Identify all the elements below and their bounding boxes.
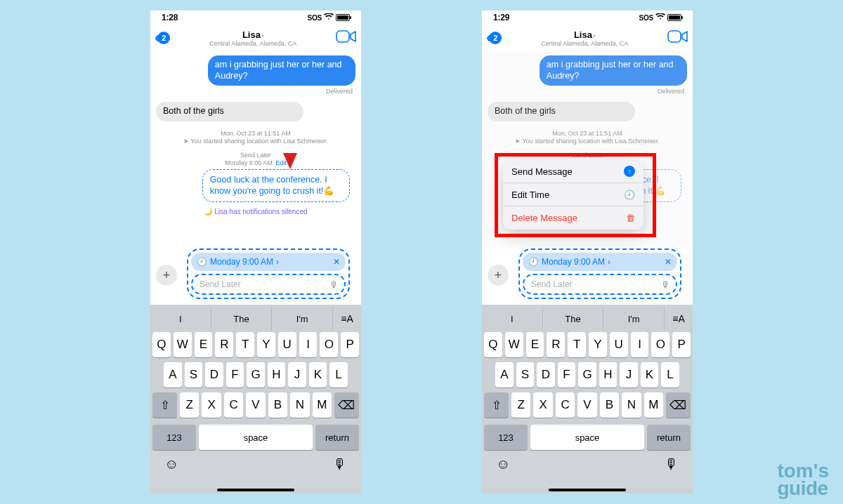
- key-p[interactable]: P: [341, 332, 359, 357]
- schedule-chip[interactable]: 🕘 Monday 9:00 AM › ✕: [523, 253, 677, 271]
- facetime-button[interactable]: [336, 29, 357, 46]
- key-numeric[interactable]: 123: [484, 425, 528, 450]
- key-f[interactable]: F: [558, 362, 576, 387]
- key-e[interactable]: E: [526, 332, 544, 357]
- key-a[interactable]: A: [495, 362, 514, 387]
- contact-header[interactable]: Lisa› Central Alameda, Alameda, CA: [541, 28, 628, 47]
- wifi-icon: [324, 13, 334, 22]
- key-g[interactable]: G: [247, 362, 265, 387]
- back-button[interactable]: ‹ 2: [486, 29, 502, 47]
- key-shift[interactable]: ⇧: [484, 392, 509, 418]
- dictation-icon[interactable]: 🎙: [329, 279, 339, 290]
- key-g[interactable]: G: [578, 362, 596, 387]
- key-b[interactable]: B: [600, 392, 619, 418]
- clear-schedule-button[interactable]: ✕: [333, 257, 340, 267]
- key-c[interactable]: C: [224, 392, 243, 418]
- key-v[interactable]: V: [246, 392, 265, 418]
- key-s[interactable]: S: [516, 362, 535, 387]
- dictation-button[interactable]: 🎙: [665, 456, 679, 472]
- key-y[interactable]: Y: [589, 332, 607, 357]
- attachments-plus-button[interactable]: +: [488, 265, 509, 286]
- key-r[interactable]: R: [215, 332, 233, 357]
- key-t[interactable]: T: [568, 332, 586, 357]
- key-k[interactable]: K: [309, 362, 327, 387]
- home-indicator[interactable]: [549, 489, 626, 491]
- key-j[interactable]: J: [620, 362, 638, 387]
- key-e[interactable]: E: [195, 332, 213, 357]
- key-z[interactable]: Z: [180, 392, 199, 418]
- schedule-chip[interactable]: 🕘 Monday 9:00 AM › ✕: [191, 253, 346, 271]
- key-t[interactable]: T: [236, 332, 254, 357]
- text-replace-icon[interactable]: ≡A: [333, 307, 361, 331]
- key-space[interactable]: space: [199, 425, 313, 450]
- conversation-view[interactable]: am i grabbing just her or her and Audrey…: [150, 51, 361, 248]
- keyboard[interactable]: I The I'm ≡A Q W E R T Y U I O P A S D: [150, 305, 361, 493]
- key-w[interactable]: W: [505, 332, 523, 357]
- dictation-icon[interactable]: 🎙: [661, 279, 670, 290]
- prediction-1[interactable]: I: [482, 307, 543, 331]
- scheduled-message-bubble[interactable]: Good luck at the conference. I know you'…: [202, 169, 350, 202]
- back-button[interactable]: ‹ 2: [155, 29, 170, 47]
- key-u[interactable]: U: [610, 332, 628, 357]
- prediction-2[interactable]: The: [543, 307, 604, 331]
- key-m[interactable]: M: [644, 392, 663, 418]
- key-l[interactable]: L: [661, 362, 679, 387]
- key-f[interactable]: F: [226, 362, 244, 387]
- key-v[interactable]: V: [577, 392, 596, 418]
- key-u[interactable]: U: [278, 332, 296, 357]
- key-c[interactable]: C: [556, 392, 575, 418]
- key-x[interactable]: X: [202, 392, 221, 418]
- dictation-button[interactable]: 🎙: [333, 456, 347, 472]
- key-i[interactable]: I: [631, 332, 649, 357]
- contact-header[interactable]: Lisa› Central Alameda, Alameda, CA: [209, 28, 296, 47]
- key-backspace[interactable]: ⌫: [666, 392, 691, 418]
- key-d[interactable]: D: [205, 362, 223, 387]
- key-m[interactable]: M: [313, 392, 332, 418]
- facetime-button[interactable]: [667, 29, 688, 46]
- prediction-2[interactable]: The: [211, 307, 273, 331]
- prediction-3[interactable]: I'm: [272, 307, 333, 331]
- attachments-plus-button[interactable]: +: [156, 265, 177, 286]
- key-return[interactable]: return: [315, 425, 359, 450]
- emoji-button[interactable]: ☺: [496, 456, 510, 472]
- key-q[interactable]: Q: [152, 332, 171, 357]
- key-numeric[interactable]: 123: [152, 425, 196, 450]
- key-backspace[interactable]: ⌫: [334, 392, 359, 418]
- clear-schedule-button[interactable]: ✕: [665, 257, 672, 267]
- key-y[interactable]: Y: [257, 332, 275, 357]
- key-i[interactable]: I: [299, 332, 318, 357]
- key-a[interactable]: A: [164, 362, 182, 387]
- key-o[interactable]: O: [320, 332, 338, 357]
- message-input[interactable]: Send Later 🎙: [523, 274, 677, 295]
- text-replace-icon[interactable]: ≡A: [665, 307, 693, 331]
- key-h[interactable]: H: [599, 362, 617, 387]
- key-k[interactable]: K: [641, 362, 659, 387]
- key-b[interactable]: B: [268, 392, 287, 418]
- keyboard[interactable]: I The I'm ≡A Q W E R T Y U I O P A S D: [482, 305, 693, 493]
- incoming-message-bubble[interactable]: Both of the girls: [156, 102, 303, 121]
- key-x[interactable]: X: [533, 392, 552, 418]
- home-indicator[interactable]: [217, 489, 294, 491]
- key-j[interactable]: J: [288, 362, 306, 387]
- key-return[interactable]: return: [647, 425, 691, 450]
- emoji-button[interactable]: ☺: [164, 456, 178, 472]
- key-n[interactable]: N: [290, 392, 309, 418]
- conversation-view[interactable]: am i grabbing just her or her and Audrey…: [482, 51, 693, 248]
- key-s[interactable]: S: [185, 362, 203, 387]
- key-r[interactable]: R: [547, 332, 565, 357]
- key-p[interactable]: P: [672, 332, 691, 357]
- key-w[interactable]: W: [174, 332, 192, 357]
- key-l[interactable]: L: [329, 362, 348, 387]
- key-h[interactable]: H: [268, 362, 286, 387]
- key-d[interactable]: D: [537, 362, 555, 387]
- key-n[interactable]: N: [622, 392, 641, 418]
- prediction-1[interactable]: I: [150, 307, 211, 331]
- key-space[interactable]: space: [530, 425, 644, 450]
- key-z[interactable]: Z: [511, 392, 530, 418]
- prediction-3[interactable]: I'm: [603, 307, 665, 331]
- outgoing-message-bubble[interactable]: am i grabbing just her or her and Audrey…: [208, 55, 355, 86]
- key-o[interactable]: O: [651, 332, 669, 357]
- message-input[interactable]: Send Later 🎙: [191, 274, 346, 295]
- key-shift[interactable]: ⇧: [152, 392, 177, 418]
- key-q[interactable]: Q: [484, 332, 502, 357]
